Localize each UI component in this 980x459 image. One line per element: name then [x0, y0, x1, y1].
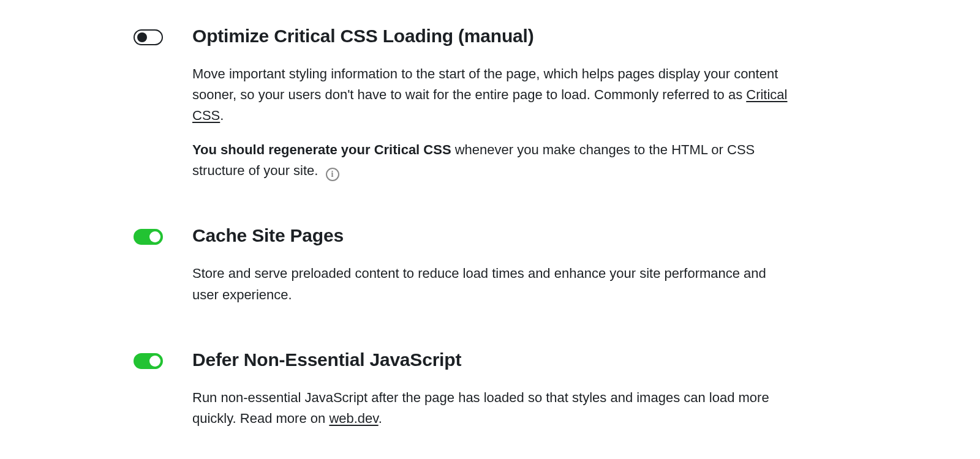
- desc-bold: You should regenerate your Critical CSS: [192, 142, 451, 157]
- info-icon[interactable]: i: [326, 168, 339, 181]
- setting-content: Cache Site Pages Store and serve preload…: [192, 225, 793, 305]
- toggle-column: [134, 26, 192, 45]
- desc-text-pre: Move important styling information to th…: [192, 66, 778, 102]
- desc-text-post: .: [220, 108, 224, 123]
- setting-optimize-critical-css: Optimize Critical CSS Loading (manual) M…: [134, 26, 796, 181]
- desc-text-post: .: [379, 411, 382, 426]
- desc-text-pre: Store and serve preloaded content to red…: [192, 266, 766, 302]
- setting-description: Run non-essential JavaScript after the p…: [192, 387, 793, 429]
- toggle-optimize-critical-css[interactable]: [134, 29, 163, 45]
- setting-title: Optimize Critical CSS Loading (manual): [192, 26, 793, 47]
- toggle-column: [134, 225, 192, 245]
- setting-cache-site-pages: Cache Site Pages Store and serve preload…: [134, 225, 796, 305]
- webdev-link[interactable]: web.dev: [329, 411, 378, 426]
- toggle-column: [134, 349, 192, 369]
- toggle-knob: [149, 356, 160, 367]
- toggle-cache-site-pages[interactable]: [134, 229, 163, 245]
- setting-title: Defer Non-Essential JavaScript: [192, 349, 793, 370]
- toggle-knob: [137, 32, 147, 42]
- settings-list: Optimize Critical CSS Loading (manual) M…: [0, 26, 796, 429]
- toggle-defer-js[interactable]: [134, 353, 163, 369]
- desc-text-pre: Run non-essential JavaScript after the p…: [192, 390, 769, 426]
- setting-defer-js: Defer Non-Essential JavaScript Run non-e…: [134, 349, 796, 429]
- toggle-knob: [149, 231, 160, 242]
- setting-description: Move important styling information to th…: [192, 64, 793, 126]
- setting-description-secondary: You should regenerate your Critical CSS …: [192, 140, 793, 181]
- setting-title: Cache Site Pages: [192, 225, 793, 246]
- setting-content: Optimize Critical CSS Loading (manual) M…: [192, 26, 793, 181]
- setting-description: Store and serve preloaded content to red…: [192, 263, 793, 305]
- setting-content: Defer Non-Essential JavaScript Run non-e…: [192, 349, 793, 429]
